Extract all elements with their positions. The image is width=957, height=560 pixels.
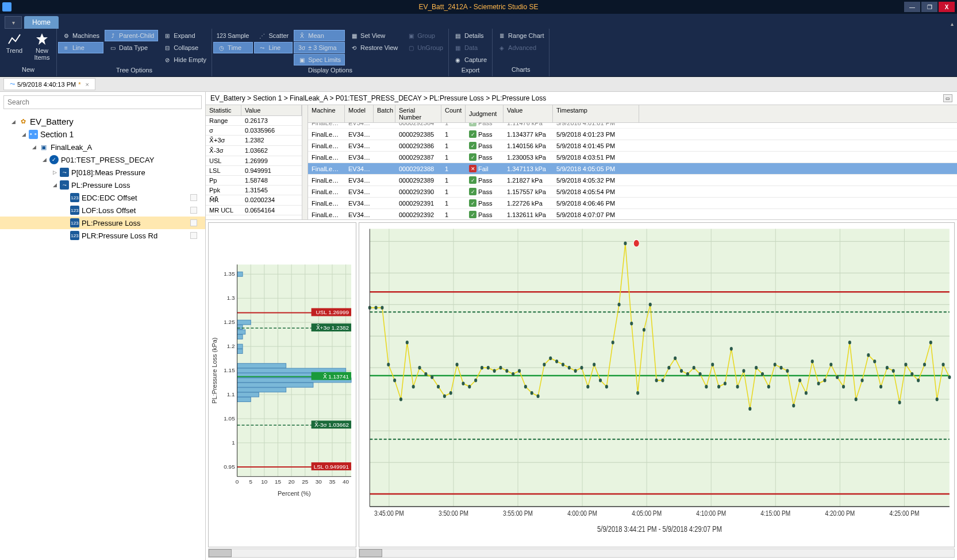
svg-point-146 [624, 241, 627, 245]
mean-icon: X̄ [298, 32, 306, 40]
group-label-tree: Tree Options [57, 67, 212, 76]
unsaved-indicator: * [78, 81, 80, 88]
col-serial[interactable]: Serial Number [395, 105, 441, 122]
svg-point-176 [811, 360, 814, 364]
spec-limits-button[interactable]: ▣Spec Limits [294, 54, 345, 65]
tree-pl[interactable]: ◢⤳PL:Pressure Loss [0, 179, 205, 191]
tree-item-plpl[interactable]: 123PL:Pressure Loss [0, 217, 205, 229]
chartline-icon: ⤳ [258, 44, 266, 52]
hist-scrollbar[interactable] [208, 549, 356, 558]
svg-point-109 [393, 379, 396, 383]
data-type-button[interactable]: ▭Data Type [105, 42, 158, 53]
svg-point-116 [437, 385, 440, 389]
table-row[interactable]: FinalLeak_AEV341200002923851✓ Pass1.1343… [308, 129, 957, 140]
svg-text:10: 10 [261, 478, 268, 485]
table-row[interactable]: FinalLeak_AEV341200002923861✓ Pass1.1401… [308, 140, 957, 152]
svg-point-157 [693, 366, 695, 370]
new-items-button[interactable]: New Items [29, 30, 55, 63]
svg-point-135 [555, 360, 558, 364]
trend-scrollbar[interactable] [359, 549, 955, 558]
tree-checkbox[interactable] [190, 207, 197, 214]
doctab-close-icon[interactable]: × [85, 81, 89, 88]
sample-button[interactable]: 123Sample [213, 30, 253, 41]
layout-button[interactable]: ▭ [943, 94, 952, 102]
svg-point-142 [599, 379, 602, 383]
svg-point-112 [412, 385, 415, 389]
svg-point-126 [499, 366, 502, 370]
mean-button[interactable]: X̄Mean [294, 30, 345, 41]
svg-point-153 [667, 366, 670, 370]
table-row[interactable]: FinalLeak_AEV341200002923881✕ Fail1.3471… [308, 163, 957, 175]
expand-button[interactable]: ⊞Expand [159, 30, 210, 41]
restore-view-button[interactable]: ⟲Restore View [346, 42, 402, 53]
stats-panel: Statistic Value Range0.26173σ0.0335966X̄… [206, 105, 302, 219]
sigma-button[interactable]: 3σ± 3 Sigma [294, 42, 345, 53]
col-judgment[interactable]: Judgment [466, 105, 504, 122]
tree-machine[interactable]: ◢▣FinalLeak_A [0, 141, 205, 153]
svg-text:4:00:00 PM: 4:00:00 PM [567, 508, 597, 516]
tree-item-edc[interactable]: 123EDC:EDC Offset [0, 191, 205, 204]
line-button[interactable]: ≡Line [58, 42, 103, 53]
parent-child-button[interactable]: ⤴Parent-Child [105, 30, 158, 41]
col-value[interactable]: Value [504, 105, 553, 122]
tree-root[interactable]: ◢✿EV_Battery [0, 115, 205, 128]
range-chart-button[interactable]: ≣Range Chart [494, 30, 548, 41]
chart-line-button[interactable]: ⤳Line [254, 42, 293, 53]
col-count[interactable]: Count [441, 105, 466, 122]
svg-text:USL 1.26999: USL 1.26999 [316, 309, 349, 315]
stats-header-val[interactable]: Value [241, 105, 302, 115]
table-row[interactable]: FinalLeak_AEV341200002923871✓ Pass1.2300… [308, 152, 957, 163]
close-button[interactable]: X [939, 2, 955, 12]
svg-point-196 [936, 397, 939, 401]
maximize-button[interactable]: ❐ [921, 2, 937, 12]
ribbon-collapse-icon[interactable]: ▴ [951, 21, 954, 27]
tree-item-lof[interactable]: 123LOF:Loss Offset [0, 204, 205, 217]
tree-test[interactable]: ◢✓P01:TEST_PRESS_DECAY [0, 153, 205, 166]
table-row[interactable]: FinalLeak_AEV341200002923841✓ Pass1.1147… [308, 123, 957, 129]
col-batch[interactable]: Batch [374, 105, 395, 122]
svg-point-173 [792, 404, 795, 408]
tree-checkbox[interactable] [190, 194, 197, 201]
histogram-chart[interactable]: 0.9511.051.11.151.21.251.31.350510152025… [208, 222, 356, 547]
tree-meas[interactable]: ▷⤳P[018]:Meas Pressure [0, 166, 205, 179]
svg-text:0.95: 0.95 [224, 464, 235, 470]
machines-button[interactable]: ⚙Machines [58, 30, 103, 41]
capture-button[interactable]: ◉Capture [450, 54, 491, 65]
scatter-button[interactable]: ⋰Scatter [254, 30, 293, 41]
table-row[interactable]: FinalLeak_AEV341200002923891✓ Pass1.2182… [308, 175, 957, 186]
details-button[interactable]: ▤Details [450, 30, 491, 41]
tree-section[interactable]: ◢⚬⚬Section 1 [0, 128, 205, 141]
svg-point-152 [661, 379, 664, 383]
stats-row: USL1.26999 [206, 156, 302, 166]
tree-checkbox[interactable] [190, 219, 197, 226]
svg-point-138 [574, 369, 577, 373]
table-row[interactable]: FinalLeak_AEV341200002923901✓ Pass1.1575… [308, 186, 957, 198]
search-input[interactable] [3, 95, 202, 109]
tree-checkbox[interactable] [190, 232, 197, 239]
trend-button[interactable]: Trend [1, 30, 28, 56]
tree-item-plr[interactable]: 123PLR:Pressure Loss Rd [0, 229, 205, 242]
document-tab[interactable]: ⤳ 5/9/2018 4:40:13 PM * × [3, 78, 95, 90]
data-icon: 123 [70, 218, 79, 227]
svg-point-175 [805, 391, 808, 395]
col-timestamp[interactable]: Timestamp [553, 105, 639, 122]
table-row[interactable]: FinalLeak_AEV341200002923911✓ Pass1.2272… [308, 198, 957, 209]
tab-home[interactable]: Home [24, 16, 59, 29]
svg-rect-43 [237, 344, 243, 349]
svg-text:4:20:00 PM: 4:20:00 PM [825, 508, 855, 516]
col-model[interactable]: Model [345, 105, 374, 122]
hide-empty-button[interactable]: ⊘Hide Empty [159, 54, 210, 65]
set-view-button[interactable]: ▦Set View [346, 30, 402, 41]
svg-point-111 [406, 341, 409, 345]
stats-header-stat[interactable]: Statistic [206, 105, 241, 115]
svg-point-134 [549, 356, 552, 360]
app-menu-button[interactable]: ▾ [5, 16, 22, 29]
trend-chart[interactable]: 3:45:00 PM3:50:00 PM3:55:00 PM4:00:00 PM… [359, 222, 955, 547]
minimize-button[interactable]: — [904, 2, 920, 12]
main-area: ◢✿EV_Battery ◢⚬⚬Section 1 ◢▣FinalLeak_A … [0, 92, 957, 560]
col-machine[interactable]: Machine [308, 105, 345, 122]
table-row[interactable]: FinalLeak_AEV341200002923921✓ Pass1.1326… [308, 209, 957, 219]
svg-rect-45 [237, 364, 286, 368]
time-button[interactable]: ◷Time [213, 42, 253, 53]
collapse-button[interactable]: ⊟Collapse [159, 42, 210, 53]
